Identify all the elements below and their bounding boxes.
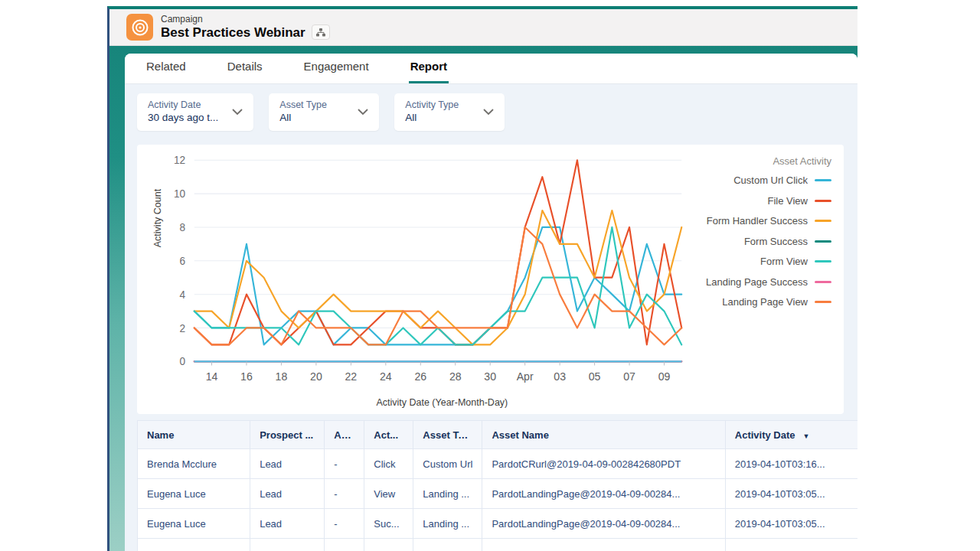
chevron-down-icon[interactable] xyxy=(483,109,494,116)
column-header-prospect-[interactable]: Prospect ... xyxy=(250,421,325,449)
table-cell: Lead xyxy=(250,479,325,509)
record-header: Campaign Best Practices Webinar xyxy=(109,9,858,46)
svg-text:10: 10 xyxy=(174,187,185,200)
svg-text:4: 4 xyxy=(180,288,186,300)
svg-text:2: 2 xyxy=(180,321,186,334)
filter-value: All xyxy=(279,112,327,125)
table-row[interactable]: Eugena LuceLead-ViewLanding ...PardotLan… xyxy=(138,479,858,509)
filter-label: Activity Type xyxy=(405,99,459,112)
table-cell: PardotCRurl@2019-04-09-002842680PDT xyxy=(482,449,725,479)
filter-label: Activity Date xyxy=(148,99,218,112)
filter-value: 30 days ago t... xyxy=(148,112,218,125)
tab-bar: RelatedDetailsEngagementReport xyxy=(125,54,858,84)
legend-item-custom-url-click[interactable]: Custom Url Click xyxy=(689,174,831,186)
table-cell: PardotLandingPage@2019-04-09-00284... xyxy=(482,509,725,539)
legend-label: Landing Page Success xyxy=(706,276,808,288)
column-header-name[interactable]: Name xyxy=(138,421,250,449)
legend-label: Landing Page View xyxy=(722,296,808,308)
filter-asset-type[interactable]: Asset TypeAll xyxy=(269,93,379,131)
app-window: Campaign Best Practices Webinar RelatedD… xyxy=(107,6,858,551)
report-panel: Activity Date30 days ago t...Asset TypeA… xyxy=(125,84,858,551)
table-cell: Landing ... xyxy=(413,509,482,539)
svg-text:16: 16 xyxy=(240,370,253,383)
column-header-label: Act... xyxy=(374,429,398,441)
table-cell: 2019-04-10T03:16... xyxy=(725,449,858,479)
legend-item-form-handler-success[interactable]: Form Handler Success xyxy=(689,215,831,227)
table-cell xyxy=(413,539,482,551)
tab-details[interactable]: Details xyxy=(226,60,264,83)
svg-text:30: 30 xyxy=(484,370,496,383)
table-cell: - xyxy=(325,479,364,509)
column-header-label: Prospect ... xyxy=(260,429,313,441)
svg-text:05: 05 xyxy=(589,370,601,383)
table-cell: Eugena Luce xyxy=(138,509,250,539)
legend-swatch xyxy=(815,301,831,303)
svg-text:8: 8 xyxy=(180,221,186,233)
svg-text:20: 20 xyxy=(310,370,322,383)
filter-activity-type[interactable]: Activity TypeAll xyxy=(394,93,505,131)
activity-table: NameProspect ...Acc...Act...Asset TypeAs… xyxy=(137,420,858,551)
svg-text:26: 26 xyxy=(414,370,426,383)
sort-desc-icon[interactable]: ▼ xyxy=(803,432,810,440)
table-cell: Suc... xyxy=(364,509,413,539)
legend-swatch xyxy=(815,220,831,222)
legend-item-landing-page-success[interactable]: Landing Page Success xyxy=(689,276,831,288)
hierarchy-icon[interactable] xyxy=(312,24,330,40)
svg-text:0: 0 xyxy=(180,355,186,367)
column-header-label: Asset Name xyxy=(492,429,548,441)
column-header-act-[interactable]: Act... xyxy=(364,421,413,449)
filter-activity-date[interactable]: Activity Date30 days ago t... xyxy=(137,93,253,131)
chart-legend: Asset Activity Custom Url ClickFile View… xyxy=(689,149,839,414)
legend-label: Custom Url Click xyxy=(733,174,808,186)
table-cell xyxy=(250,539,325,551)
page-background: RelatedDetailsEngagementReport Activity … xyxy=(109,46,858,551)
legend-item-file-view[interactable]: File View xyxy=(689,195,831,207)
tab-report[interactable]: Report xyxy=(409,60,449,83)
y-axis-title: Activity Count xyxy=(152,172,163,264)
svg-text:14: 14 xyxy=(206,370,218,383)
legend-label: Form Success xyxy=(744,236,808,247)
record-type-label: Campaign xyxy=(161,15,330,25)
tab-related[interactable]: Related xyxy=(145,60,188,83)
table-cell xyxy=(138,539,250,551)
chevron-down-icon[interactable] xyxy=(232,109,243,116)
table-cell: Landing ... xyxy=(413,479,482,509)
svg-text:09: 09 xyxy=(658,370,671,383)
table-cell: Custom Url xyxy=(413,449,482,479)
chevron-down-icon[interactable] xyxy=(358,109,368,116)
table-cell: Click xyxy=(364,449,413,479)
column-header-asset-name[interactable]: Asset Name xyxy=(482,421,725,449)
tab-engagement[interactable]: Engagement xyxy=(302,60,371,83)
svg-text:6: 6 xyxy=(180,255,186,267)
table-row[interactable]: Eugena LuceLead-Suc...Landing ...PardotL… xyxy=(138,509,858,539)
svg-text:18: 18 xyxy=(276,370,288,383)
table-cell: Lead xyxy=(250,509,325,539)
legend-swatch xyxy=(815,200,831,202)
table-cell: Lead xyxy=(250,449,325,479)
filter-value: All xyxy=(405,112,459,125)
page-title: Best Practices Webinar xyxy=(161,25,305,41)
table-row[interactable]: Brenda McclureLead-ClickCustom UrlPardot… xyxy=(138,449,858,479)
table-cell: 2019-04-10T03:05... xyxy=(725,479,858,509)
table-cell: View xyxy=(364,479,413,509)
svg-text:12: 12 xyxy=(174,154,185,166)
column-header-acc-[interactable]: Acc... xyxy=(325,421,364,449)
column-header-label: Activity Date xyxy=(735,429,795,441)
table-cell: Eugena Luce xyxy=(138,479,250,509)
table-cell: 2019-04-10T03:05... xyxy=(725,509,858,539)
table-cell: - xyxy=(325,509,364,539)
legend-item-landing-page-view[interactable]: Landing Page View xyxy=(689,296,831,308)
legend-item-form-success[interactable]: Form Success xyxy=(689,236,831,247)
svg-text:Apr: Apr xyxy=(517,370,534,383)
table-row[interactable] xyxy=(138,539,858,551)
chart-card: Activity Count 0246810121416182022242628… xyxy=(137,145,844,414)
legend-item-form-view[interactable]: Form View xyxy=(689,256,831,267)
column-header-asset-type[interactable]: Asset Type xyxy=(413,421,482,449)
svg-text:24: 24 xyxy=(380,370,392,383)
table-cell: PardotLandingPage@2019-04-09-00284... xyxy=(482,479,725,509)
x-axis-title: Activity Date (Year-Month-Day) xyxy=(376,397,508,408)
legend-swatch xyxy=(815,260,831,262)
table-cell xyxy=(482,539,725,551)
column-header-activity-date[interactable]: Activity Date▼ xyxy=(725,421,858,449)
table-cell: Brenda Mcclure xyxy=(138,449,250,479)
